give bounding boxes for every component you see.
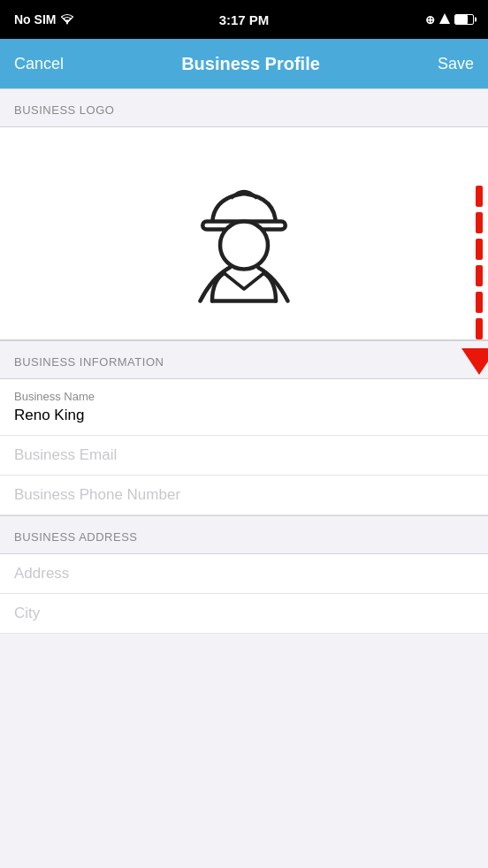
save-button[interactable]: Save bbox=[438, 55, 474, 73]
scrollbar-indicator bbox=[476, 177, 483, 375]
scrollbar-dash-6 bbox=[476, 318, 483, 339]
status-bar-left: No SIM bbox=[14, 12, 75, 27]
wifi-icon bbox=[59, 12, 75, 27]
section-header-info: BUSINESS INFORMATION bbox=[0, 340, 488, 379]
nav-bar: Cancel Business Profile Save bbox=[0, 39, 488, 88]
section-header-info-text: BUSINESS INFORMATION bbox=[14, 355, 164, 369]
field-business-name-label: Business Name bbox=[14, 390, 474, 403]
section-header-logo: BUSINESS LOGO bbox=[0, 88, 488, 127]
section-header-address-text: BUSINESS ADDRESS bbox=[14, 530, 138, 544]
content-area: BUSINESS LOGO BUSINESS INFORMATION bbox=[0, 88, 488, 868]
scrollbar-dash-1 bbox=[476, 186, 483, 207]
logo-section[interactable] bbox=[0, 127, 488, 340]
field-business-email[interactable]: Business Email bbox=[0, 436, 488, 476]
field-address[interactable]: Address bbox=[0, 554, 488, 594]
form-section-info: Business Name Reno King Business Email B… bbox=[0, 379, 488, 515]
svg-point-3 bbox=[220, 222, 268, 270]
carrier-text: No SIM bbox=[14, 12, 56, 27]
battery-icon bbox=[454, 14, 474, 25]
cancel-button[interactable]: Cancel bbox=[14, 55, 64, 73]
field-business-name-value: Reno King bbox=[14, 407, 474, 424]
scrollbar-dash-2 bbox=[476, 212, 483, 233]
field-city[interactable]: City bbox=[0, 594, 488, 634]
section-header-logo-text: BUSINESS LOGO bbox=[14, 103, 114, 117]
worker-avatar-icon bbox=[164, 154, 324, 313]
field-business-email-placeholder: Business Email bbox=[14, 446, 474, 464]
field-business-name[interactable]: Business Name Reno King bbox=[0, 379, 488, 436]
scrollbar-arrow bbox=[461, 348, 488, 375]
scrollbar-dash-4 bbox=[476, 265, 483, 286]
status-bar-right: ⊕ bbox=[425, 12, 474, 27]
location-icon: ⊕ bbox=[425, 13, 435, 27]
field-business-phone[interactable]: Business Phone Number bbox=[0, 476, 488, 515]
field-city-placeholder: City bbox=[14, 605, 474, 622]
page-title: Business Profile bbox=[181, 54, 320, 74]
signal-icon bbox=[438, 12, 451, 27]
scrollbar-dash-3 bbox=[476, 239, 483, 260]
svg-point-0 bbox=[66, 22, 68, 24]
section-header-address: BUSINESS ADDRESS bbox=[0, 515, 488, 554]
status-bar: No SIM 3:17 PM ⊕ bbox=[0, 0, 488, 39]
status-bar-time: 3:17 PM bbox=[219, 12, 270, 27]
scrollbar-dash-5 bbox=[476, 292, 483, 313]
field-business-phone-placeholder: Business Phone Number bbox=[14, 486, 474, 504]
field-address-placeholder: Address bbox=[14, 565, 474, 582]
svg-marker-1 bbox=[439, 13, 450, 24]
form-section-address: Address City bbox=[0, 554, 488, 634]
